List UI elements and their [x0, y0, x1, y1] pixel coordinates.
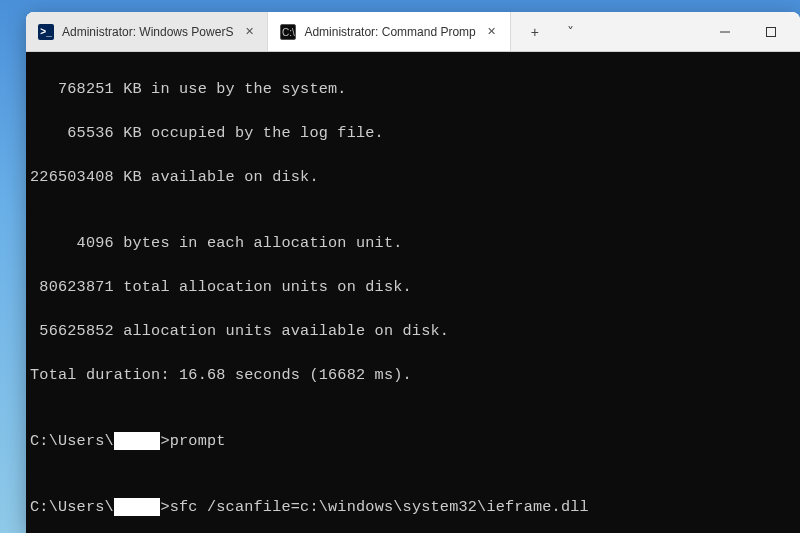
output-line: 80623871 total allocation units on disk. [30, 276, 796, 298]
tab-actions: + ˅ [511, 12, 595, 51]
cmd-icon: C:\ [280, 24, 296, 40]
redacted-username [114, 498, 161, 516]
window-controls [702, 12, 800, 51]
svg-rect-1 [767, 27, 776, 36]
minimize-button[interactable] [702, 16, 748, 48]
tab-title: Administrator: Windows PowerS [62, 25, 233, 39]
tab-powershell[interactable]: >_ Administrator: Windows PowerS ✕ [26, 12, 268, 51]
output-line: 226503408 KB available on disk. [30, 166, 796, 188]
tab-title: Administrator: Command Promp [304, 25, 475, 39]
output-line: 65536 KB occupied by the log file. [30, 122, 796, 144]
tab-dropdown-button[interactable]: ˅ [555, 18, 587, 46]
tab-bar: >_ Administrator: Windows PowerS ✕ C:\ A… [26, 12, 800, 52]
terminal-window: >_ Administrator: Windows PowerS ✕ C:\ A… [26, 12, 800, 533]
close-icon[interactable]: ✕ [241, 24, 257, 40]
maximize-button[interactable] [748, 16, 794, 48]
powershell-icon: >_ [38, 24, 54, 40]
output-line: Total duration: 16.68 seconds (16682 ms)… [30, 364, 796, 386]
close-icon[interactable]: ✕ [484, 24, 500, 40]
tab-command-prompt[interactable]: C:\ Administrator: Command Promp ✕ [268, 12, 510, 51]
redacted-username [114, 432, 161, 450]
output-line: 4096 bytes in each allocation unit. [30, 232, 796, 254]
terminal-content[interactable]: 768251 KB in use by the system. 65536 KB… [26, 52, 800, 533]
prompt-line: C:\Users\ >sfc /scanfile=c:\windows\syst… [30, 496, 796, 518]
output-line: 768251 KB in use by the system. [30, 78, 796, 100]
output-line: 56625852 allocation units available on d… [30, 320, 796, 342]
prompt-line: C:\Users\ >prompt [30, 430, 796, 452]
new-tab-button[interactable]: + [519, 18, 551, 46]
